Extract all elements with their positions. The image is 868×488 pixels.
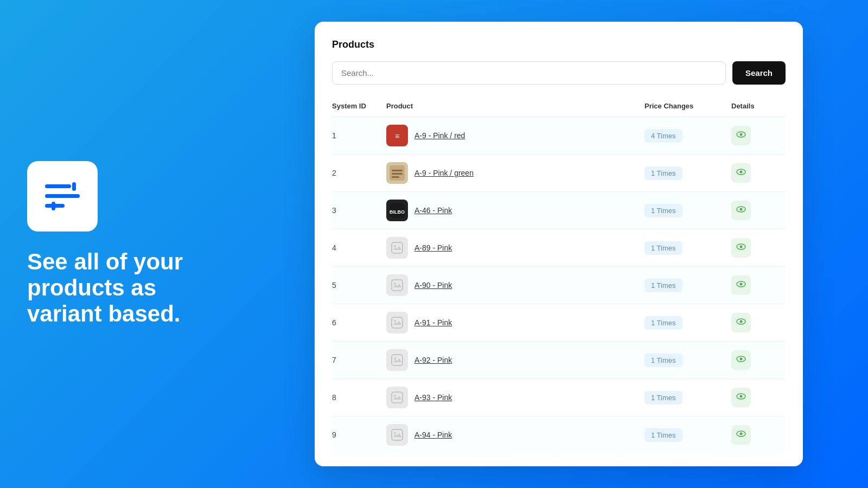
product-link[interactable]: A-90 - Pink xyxy=(414,281,452,290)
table-row: 4 A-89 - Pink 1 Times xyxy=(332,229,786,267)
cell-price-changes: 1 Times xyxy=(644,204,731,217)
svg-rect-1 xyxy=(45,194,80,198)
th-details: Details xyxy=(731,102,786,110)
svg-rect-10 xyxy=(392,170,403,171)
svg-point-38 xyxy=(740,395,743,398)
eye-icon xyxy=(736,130,746,142)
cell-id: 4 xyxy=(332,243,386,252)
cell-product: A-89 - Pink xyxy=(386,237,644,259)
search-row: Search xyxy=(332,61,786,85)
svg-rect-23 xyxy=(392,280,403,291)
cell-product: A-93 - Pink xyxy=(386,387,644,408)
price-changes-badge: 1 Times xyxy=(644,279,682,292)
table-row: 8 A-93 - Pink 1 Times xyxy=(332,379,786,416)
eye-icon xyxy=(736,167,746,179)
svg-point-30 xyxy=(740,320,743,323)
svg-point-8 xyxy=(740,133,743,136)
table-row: 2 A-9 - Pink / green 1 Times xyxy=(332,155,786,192)
svg-point-24 xyxy=(394,282,396,285)
cell-price-changes: 1 Times xyxy=(644,391,731,404)
svg-point-22 xyxy=(740,246,743,248)
price-changes-badge: 1 Times xyxy=(644,354,682,367)
cell-id: 5 xyxy=(332,281,386,290)
cell-details xyxy=(731,275,786,295)
details-button[interactable] xyxy=(731,350,751,370)
table-row: 5 A-90 - Pink 1 Times xyxy=(332,267,786,304)
price-changes-badge: 1 Times xyxy=(644,428,682,442)
cell-price-changes: 1 Times xyxy=(644,316,731,330)
search-input[interactable] xyxy=(332,61,726,85)
svg-point-42 xyxy=(740,433,743,435)
price-changes-badge: 1 Times xyxy=(644,316,682,330)
details-button[interactable] xyxy=(731,163,751,183)
price-changes-badge: 4 Times xyxy=(644,129,682,143)
product-link[interactable]: A-94 - Pink xyxy=(414,431,452,439)
product-thumbnail: ≡ xyxy=(386,125,408,146)
svg-rect-27 xyxy=(392,317,403,328)
product-thumbnail xyxy=(386,387,408,408)
price-changes-badge: 1 Times xyxy=(644,391,682,404)
cell-details xyxy=(731,238,786,258)
svg-rect-35 xyxy=(392,392,403,403)
product-thumbnail xyxy=(386,237,408,259)
product-link[interactable]: A-93 - Pink xyxy=(414,393,452,402)
cell-price-changes: 1 Times xyxy=(644,279,731,292)
cell-product: A-91 - Pink xyxy=(386,312,644,333)
product-thumbnail xyxy=(386,162,408,184)
cell-details xyxy=(731,425,786,445)
search-button[interactable]: Search xyxy=(732,61,786,85)
cell-details xyxy=(731,163,786,183)
cell-price-changes: 1 Times xyxy=(644,166,731,180)
details-button[interactable] xyxy=(731,425,751,445)
svg-point-18 xyxy=(740,208,743,211)
product-link[interactable]: A-9 - Pink / green xyxy=(414,169,474,177)
tagline: See all of your products as variant base… xyxy=(27,249,233,328)
cell-details xyxy=(731,313,786,332)
cell-price-changes: 1 Times xyxy=(644,354,731,367)
svg-rect-4 xyxy=(52,202,55,210)
cell-id: 3 xyxy=(332,206,386,215)
details-button[interactable] xyxy=(731,201,751,220)
eye-icon xyxy=(736,317,746,329)
details-button[interactable] xyxy=(731,126,751,145)
product-link[interactable]: A-91 - Pink xyxy=(414,318,452,327)
product-thumbnail xyxy=(386,349,408,371)
product-link[interactable]: A-9 - Pink / red xyxy=(414,131,465,140)
cell-id: 1 xyxy=(332,131,386,140)
eye-icon xyxy=(736,279,746,291)
price-changes-badge: 1 Times xyxy=(644,166,682,180)
cell-product: A-94 - Pink xyxy=(386,424,644,446)
svg-point-26 xyxy=(740,283,743,286)
svg-point-36 xyxy=(394,395,396,397)
product-thumbnail xyxy=(386,424,408,446)
details-button[interactable] xyxy=(731,238,751,258)
product-link[interactable]: A-92 - Pink xyxy=(414,356,452,364)
eye-icon xyxy=(736,391,746,403)
logo-icon xyxy=(41,175,84,218)
svg-point-32 xyxy=(394,357,396,359)
cell-id: 7 xyxy=(332,356,386,364)
table-row: 1 ≡ A-9 - Pink / red 4 Times xyxy=(332,117,786,155)
cell-details xyxy=(731,201,786,220)
product-link[interactable]: A-46 - Pink xyxy=(414,206,452,215)
cell-id: 9 xyxy=(332,431,386,439)
eye-icon xyxy=(736,354,746,366)
svg-point-20 xyxy=(394,245,396,247)
svg-rect-11 xyxy=(392,173,403,175)
th-price-changes: Price Changes xyxy=(644,102,731,110)
table-header: System ID Product Price Changes Details xyxy=(332,98,786,117)
svg-point-40 xyxy=(394,432,396,434)
svg-rect-12 xyxy=(392,176,399,178)
cell-details xyxy=(731,126,786,145)
products-card: Products Search System ID Product Price … xyxy=(315,22,803,466)
svg-point-14 xyxy=(740,171,743,174)
svg-rect-0 xyxy=(45,184,71,188)
details-button[interactable] xyxy=(731,275,751,295)
table-row: 7 A-92 - Pink 1 Times xyxy=(332,342,786,379)
details-button[interactable] xyxy=(731,313,751,332)
svg-text:≡: ≡ xyxy=(395,132,399,140)
details-button[interactable] xyxy=(731,388,751,407)
cell-details xyxy=(731,388,786,407)
product-link[interactable]: A-89 - Pink xyxy=(414,243,452,252)
cell-price-changes: 4 Times xyxy=(644,129,731,143)
